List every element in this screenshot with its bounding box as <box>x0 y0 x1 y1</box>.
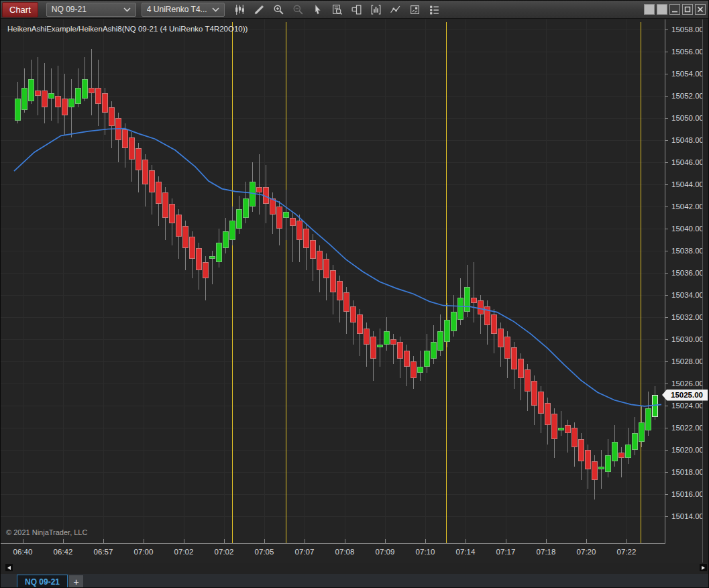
candle-body <box>578 439 584 461</box>
zoom-in-icon[interactable] <box>273 3 285 15</box>
right-edge-strip <box>702 19 709 563</box>
cursor-icon[interactable] <box>312 3 324 15</box>
candle-body <box>571 428 578 447</box>
candle-body <box>437 331 443 351</box>
candle-body <box>545 403 551 425</box>
candle-body <box>176 215 182 237</box>
candle-body <box>290 218 296 226</box>
candle-body <box>323 259 329 278</box>
candle-body <box>209 256 215 259</box>
chart-style-icon[interactable] <box>234 3 246 15</box>
chart-menu-button[interactable]: Chart <box>2 2 38 17</box>
candle-body <box>498 329 504 348</box>
candle-body <box>276 207 282 229</box>
candle-body <box>484 306 490 326</box>
price-tick-label: 15054.00 <box>671 70 704 78</box>
time-tick <box>626 539 627 543</box>
candle-body <box>364 329 370 345</box>
panel-split-icon[interactable] <box>351 3 363 15</box>
candle-body <box>444 320 450 342</box>
candle-body <box>411 361 417 378</box>
instrument-dropdown[interactable]: NQ 09-21 <box>46 3 136 17</box>
candle-body <box>48 93 54 99</box>
session-break-line <box>641 22 641 543</box>
gridline-horizontal <box>1 339 665 340</box>
candle-body <box>478 300 484 314</box>
toolbar: Chart NQ 09-21 4 UniRenko T4... <box>1 1 709 19</box>
candle-body <box>337 281 343 300</box>
scroll-left-arrow-icon[interactable] <box>5 564 13 571</box>
minimize-button[interactable] <box>669 4 680 15</box>
price-axis-line <box>665 19 665 544</box>
gridline-horizontal <box>1 472 665 473</box>
candle-body <box>296 221 303 240</box>
candle-body <box>303 229 309 248</box>
chart-plot-area[interactable] <box>1 19 665 544</box>
session-break-line <box>286 22 286 543</box>
candle-body <box>62 99 68 115</box>
gridline-vertical <box>546 19 547 543</box>
candle-body <box>592 461 598 481</box>
candle-body <box>525 369 531 392</box>
candle-body <box>35 91 41 96</box>
chart-menu-label: Chart <box>9 5 31 15</box>
tab-bar: NQ 09-21 + <box>1 574 709 588</box>
candle-body <box>511 347 517 369</box>
candle-body <box>632 433 638 450</box>
time-tick-label: 07:09 <box>376 548 395 556</box>
add-tab-button[interactable]: + <box>69 575 83 588</box>
time-tick-label: 07:18 <box>537 548 556 556</box>
interval-dropdown-value: 4 UniRenko T4... <box>147 5 207 14</box>
interval-dropdown[interactable]: 4 UniRenko T4... <box>142 3 225 17</box>
candle-body <box>283 212 289 217</box>
indicator-label: HeikenAshiExample/HeikenAshi8(NQ 09-21 (… <box>7 25 248 33</box>
candle-body <box>471 298 477 303</box>
line-tools-icon[interactable] <box>390 3 402 15</box>
candle-body <box>28 79 34 101</box>
indicators-icon[interactable] <box>370 3 382 15</box>
time-tick-label: 07:20 <box>577 548 596 556</box>
zoom-out-icon[interactable] <box>292 3 305 15</box>
gridline-vertical <box>184 19 184 543</box>
strategy-icon[interactable] <box>409 3 421 15</box>
price-tick-label: 15058.00 <box>671 25 704 34</box>
candle-body <box>397 342 403 359</box>
candle-body <box>109 107 115 127</box>
candle-body <box>89 88 95 93</box>
close-button[interactable] <box>695 4 706 15</box>
link-button-1[interactable] <box>644 4 655 15</box>
gridline-vertical <box>385 19 386 543</box>
candle-body <box>504 337 510 359</box>
link-button-2[interactable] <box>657 4 667 15</box>
candle-body <box>162 192 168 217</box>
candle-body <box>149 170 155 192</box>
time-tick-label: 07:17 <box>496 548 516 556</box>
candle-wick <box>561 411 561 436</box>
time-tick <box>103 539 104 543</box>
drawing-pencil-icon[interactable] <box>254 3 266 15</box>
candle-body <box>223 231 229 248</box>
gridline-horizontal <box>1 162 665 163</box>
candle-body <box>645 408 651 430</box>
price-tick-label: 15048.00 <box>671 136 704 144</box>
data-box-icon[interactable] <box>331 3 343 15</box>
candle-body <box>377 345 383 347</box>
gridline-horizontal <box>1 384 665 384</box>
time-tick <box>144 539 144 543</box>
horizontal-scrollbar <box>1 563 709 574</box>
properties-list-icon[interactable] <box>429 3 441 15</box>
gridline-horizontal <box>1 361 665 362</box>
candle-wick <box>91 49 92 115</box>
gridline-horizontal <box>1 207 665 207</box>
scroll-right-arrow-icon[interactable] <box>700 564 707 571</box>
candle-body <box>605 455 611 472</box>
candle-body <box>518 359 524 378</box>
candle-body <box>135 148 142 170</box>
candle-wick <box>71 79 72 137</box>
maximize-button[interactable] <box>682 4 693 15</box>
candle-body <box>404 351 410 367</box>
tab-nq-09-21[interactable]: NQ 09-21 <box>17 575 68 588</box>
time-tick <box>385 539 386 543</box>
gridline-vertical <box>264 19 265 543</box>
candle-body <box>82 79 88 99</box>
